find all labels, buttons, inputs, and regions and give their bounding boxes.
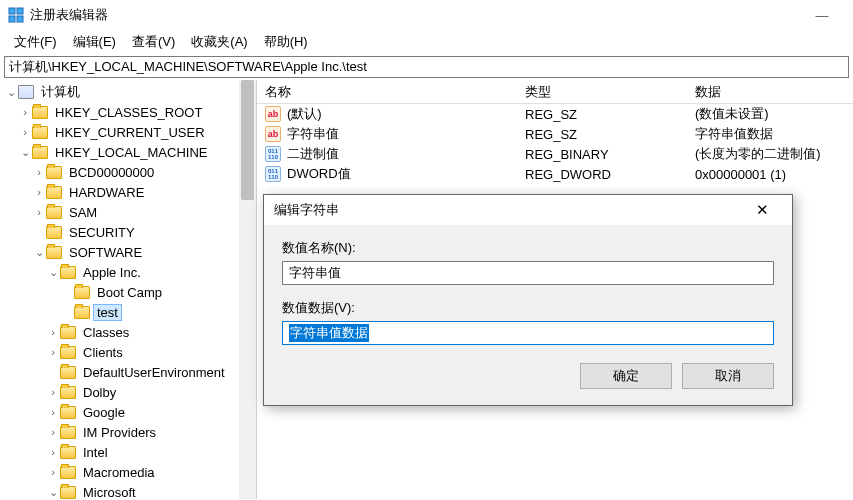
folder-icon [32,146,48,159]
cancel-button[interactable]: 取消 [682,363,774,389]
tree-scrollbar[interactable] [239,80,256,499]
value-name-input[interactable]: 字符串值 [282,261,774,285]
menu-favorites[interactable]: 收藏夹(A) [183,31,255,53]
value-data-label: 数值数据(V): [282,299,774,317]
folder-icon [60,266,76,279]
address-bar[interactable]: 计算机\HKEY_LOCAL_MACHINE\SOFTWARE\Apple In… [4,56,849,78]
list-row[interactable]: ab(默认) REG_SZ (数值未设置) [257,104,853,124]
list-row[interactable]: 011110DWORD值 REG_DWORD 0x00000001 (1) [257,164,853,184]
string-value-icon: ab [265,106,281,122]
tree-bootcamp[interactable]: ›Boot Camp [4,282,256,302]
folder-icon [32,126,48,139]
tree-security[interactable]: ›SECURITY [4,222,256,242]
folder-icon [46,186,62,199]
tree-dolby[interactable]: ›Dolby [4,382,256,402]
close-button[interactable]: ✕ [742,196,782,224]
tree-hkcu[interactable]: ›HKEY_CURRENT_USER [4,122,256,142]
tree-classes[interactable]: ›Classes [4,322,256,342]
tree-scroll-thumb[interactable] [241,80,254,200]
dialog-buttons: 确定 取消 [282,363,774,389]
folder-icon [60,486,76,499]
folder-icon [60,346,76,359]
edit-string-dialog: 编辑字符串 ✕ 数值名称(N): 字符串值 数值数据(V): 字符串值数据 确定… [263,194,793,406]
minimize-button[interactable]: — [799,0,845,30]
folder-icon [32,106,48,119]
value-data-input[interactable]: 字符串值数据 [282,321,774,345]
folder-icon [60,386,76,399]
tree-hkcr[interactable]: ›HKEY_CLASSES_ROOT [4,102,256,122]
window-title: 注册表编辑器 [30,6,799,24]
binary-value-icon: 011110 [265,146,281,162]
tree-root[interactable]: ⌄计算机 [4,82,256,102]
svg-rect-3 [17,16,23,22]
folder-icon [60,466,76,479]
tree-defaultenv[interactable]: ›DefaultUserEnvironment [4,362,256,382]
folder-icon [60,446,76,459]
folder-icon [60,426,76,439]
tree-apple[interactable]: ⌄Apple Inc. [4,262,256,282]
binary-value-icon: 011110 [265,166,281,182]
titlebar: 注册表编辑器 — [0,0,853,30]
menu-file[interactable]: 文件(F) [6,31,65,53]
folder-icon [60,366,76,379]
folder-icon [60,406,76,419]
ok-button[interactable]: 确定 [580,363,672,389]
tree-google[interactable]: ›Google [4,402,256,422]
folder-icon [74,306,90,319]
folder-icon [74,286,90,299]
folder-icon [46,166,62,179]
folder-icon [60,326,76,339]
svg-rect-2 [9,16,15,22]
menu-edit[interactable]: 编辑(E) [65,31,124,53]
tree-bcd[interactable]: ›BCD00000000 [4,162,256,182]
list-row[interactable]: 011110二进制值 REG_BINARY (长度为零的二进制值) [257,144,853,164]
tree-hklm[interactable]: ⌄HKEY_LOCAL_MACHINE [4,142,256,162]
folder-icon [46,206,62,219]
address-text: 计算机\HKEY_LOCAL_MACHINE\SOFTWARE\Apple In… [9,58,367,76]
col-header-data[interactable]: 数据 [687,81,853,103]
list-header: 名称 类型 数据 [257,80,853,104]
col-header-type[interactable]: 类型 [517,81,687,103]
value-name-label: 数值名称(N): [282,239,774,257]
string-value-icon: ab [265,126,281,142]
menubar: 文件(F) 编辑(E) 查看(V) 收藏夹(A) 帮助(H) [0,30,853,54]
list-row[interactable]: ab字符串值 REG_SZ 字符串值数据 [257,124,853,144]
tree-sam[interactable]: ›SAM [4,202,256,222]
tree-pane[interactable]: ⌄计算机 ›HKEY_CLASSES_ROOT ›HKEY_CURRENT_US… [0,80,257,499]
tree-hardware[interactable]: ›HARDWARE [4,182,256,202]
regedit-icon [8,7,24,23]
svg-rect-1 [17,8,23,14]
tree-software[interactable]: ⌄SOFTWARE [4,242,256,262]
computer-icon [18,85,34,99]
tree-test[interactable]: ›test [4,302,256,322]
dialog-body: 数值名称(N): 字符串值 数值数据(V): 字符串值数据 确定 取消 [264,225,792,405]
folder-icon [46,246,62,259]
tree-macromedia[interactable]: ›Macromedia [4,462,256,482]
tree-intel[interactable]: ›Intel [4,442,256,462]
dialog-title-text: 编辑字符串 [274,201,742,219]
menu-help[interactable]: 帮助(H) [256,31,316,53]
dialog-titlebar[interactable]: 编辑字符串 ✕ [264,195,792,225]
svg-rect-0 [9,8,15,14]
tree-improviders[interactable]: ›IM Providers [4,422,256,442]
col-header-name[interactable]: 名称 [257,81,517,103]
folder-icon [46,226,62,239]
menu-view[interactable]: 查看(V) [124,31,183,53]
tree-clients[interactable]: ›Clients [4,342,256,362]
tree-microsoft[interactable]: ⌄Microsoft [4,482,256,499]
